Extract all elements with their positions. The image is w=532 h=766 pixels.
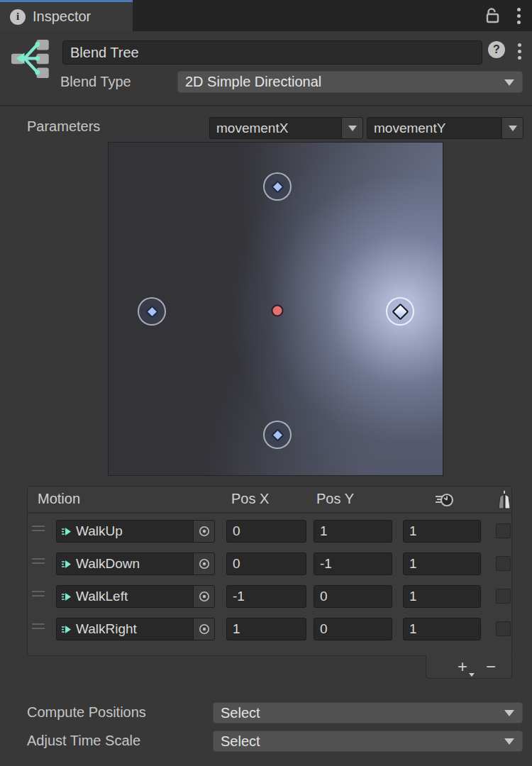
blendtree-name-value: Blend Tree	[70, 45, 139, 61]
blend-point-walkright[interactable]	[386, 297, 414, 326]
object-picker-icon[interactable]	[193, 553, 214, 574]
unlock-icon[interactable]	[483, 6, 501, 25]
remove-motion-button[interactable]: −	[480, 658, 501, 675]
object-picker-icon[interactable]	[193, 618, 214, 640]
adjust-time-scale-dropdown[interactable]: Select	[213, 731, 523, 752]
help-icon[interactable]: ?	[488, 41, 505, 58]
mirror-checkbox[interactable]	[496, 556, 511, 571]
motion-object-field[interactable]: WalkRight	[56, 618, 215, 640]
blend-type-dropdown[interactable]: 2D Simple Directional	[177, 71, 523, 93]
motion-name: WalkLeft	[76, 589, 193, 604]
pos-y-field[interactable]: 1	[314, 520, 392, 543]
motion-row: WalkLeft -1 0 1	[28, 580, 511, 613]
chevron-down-icon	[504, 710, 514, 716]
motion-object-field[interactable]: WalkLeft	[56, 585, 215, 608]
chevron-down-icon	[504, 79, 514, 86]
drag-handle-icon[interactable]	[32, 623, 45, 632]
motion-name: WalkUp	[76, 523, 193, 539]
adjust-time-scale-value: Select	[221, 733, 260, 750]
animation-clip-icon	[61, 623, 73, 635]
mirror-checkbox[interactable]	[496, 589, 511, 604]
pos-x-field[interactable]: 1	[226, 618, 306, 640]
parameter-y-dropdown[interactable]: movementY	[367, 117, 523, 139]
parameter-x-dropdown[interactable]: movementX	[209, 117, 363, 139]
parameters-section: Parameters movementX movementY	[0, 105, 532, 142]
info-icon: i	[10, 9, 26, 25]
pos-x-field[interactable]: 0	[226, 553, 306, 575]
pos-y-field[interactable]: 0	[314, 585, 392, 608]
motion-list-header: Motion Pos X Pos Y	[28, 487, 511, 514]
motion-list-toolbar: + −	[426, 655, 512, 679]
blendtree-header: Blend Tree ? Blend Type 2D Simple Direct…	[0, 31, 532, 105]
pos-x-value: -1	[233, 589, 245, 604]
pos-x-value: 0	[233, 556, 240, 572]
pos-y-field[interactable]: -1	[314, 553, 392, 575]
blend-type-label: Blend Type	[60, 74, 131, 90]
speed-field[interactable]: 1	[403, 585, 481, 608]
speed-value: 1	[409, 589, 417, 604]
motion-point-icon	[392, 303, 409, 320]
pos-y-value: 0	[320, 589, 328, 604]
animation-clip-icon	[61, 526, 73, 538]
animation-clip-icon	[61, 558, 73, 570]
motion-row: WalkRight 1 0 1	[28, 613, 511, 645]
parameter-x-value: movementX	[210, 121, 341, 136]
mirror-checkbox[interactable]	[496, 621, 511, 636]
parameters-label: Parameters	[27, 118, 100, 135]
blend-point-walkdown[interactable]	[263, 421, 292, 449]
titlebar: i Inspector	[0, 0, 532, 31]
posy-column-header: Pos Y	[316, 491, 354, 507]
posx-column-header: Pos X	[231, 491, 269, 507]
chevron-down-icon	[501, 118, 523, 138]
motion-object-field[interactable]: WalkUp	[56, 520, 215, 543]
object-picker-icon[interactable]	[193, 586, 214, 607]
speed-field[interactable]: 1	[403, 553, 481, 575]
blend-type-value: 2D Simple Directional	[185, 74, 321, 90]
mirror-checkbox[interactable]	[496, 523, 511, 538]
compute-positions-label: Compute Positions	[27, 704, 146, 721]
motion-point-icon	[145, 305, 158, 318]
motion-row: WalkUp 0 1 1	[28, 515, 511, 548]
kebab-menu-icon[interactable]	[514, 5, 523, 27]
compute-positions-value: Select	[221, 705, 260, 721]
blend-point-walkleft[interactable]	[138, 297, 166, 326]
blend-point-walkup[interactable]	[263, 172, 292, 201]
tab-inspector[interactable]: i Inspector	[0, 0, 133, 31]
speed-field[interactable]: 1	[403, 520, 481, 543]
drag-handle-icon[interactable]	[32, 591, 45, 599]
blendtree-name-field[interactable]: Blend Tree	[62, 40, 482, 65]
pos-y-value: 0	[320, 621, 328, 637]
blendtree-footer: Compute Positions Select Adjust Time Sca…	[0, 679, 532, 766]
speed-value: 1	[409, 621, 417, 637]
animation-clip-icon	[61, 591, 73, 603]
minus-icon: −	[486, 657, 496, 676]
blend-preview-dot[interactable]	[272, 305, 284, 317]
pos-y-value: -1	[320, 556, 332, 572]
speed-icon	[434, 490, 454, 514]
speed-value: 1	[409, 523, 417, 539]
add-motion-button[interactable]: +	[452, 658, 473, 675]
drag-handle-icon[interactable]	[32, 526, 45, 534]
motion-name: WalkDown	[76, 556, 193, 572]
motion-point-icon	[271, 428, 284, 441]
pos-y-field[interactable]: 0	[314, 618, 392, 640]
motion-object-field[interactable]: WalkDown	[56, 553, 215, 575]
object-picker-icon[interactable]	[193, 521, 214, 542]
motion-name: WalkRight	[76, 621, 193, 637]
plus-icon: +	[458, 657, 467, 676]
chevron-down-icon	[341, 118, 362, 138]
mirror-icon	[496, 489, 513, 515]
compute-positions-dropdown[interactable]: Select	[213, 702, 523, 723]
header-kebab-icon[interactable]	[515, 40, 524, 62]
pos-x-field[interactable]: 0	[226, 520, 306, 543]
blendtree-icon	[9, 37, 55, 84]
drag-handle-icon[interactable]	[32, 558, 45, 567]
motion-row: WalkDown 0 -1 1	[28, 548, 511, 580]
speed-value: 1	[409, 556, 417, 572]
speed-field[interactable]: 1	[403, 618, 481, 640]
pos-x-field[interactable]: -1	[226, 585, 306, 608]
motion-point-icon	[271, 180, 284, 193]
blend-space-graph[interactable]	[108, 142, 443, 476]
tab-label: Inspector	[33, 9, 91, 25]
chevron-down-icon	[504, 738, 514, 745]
